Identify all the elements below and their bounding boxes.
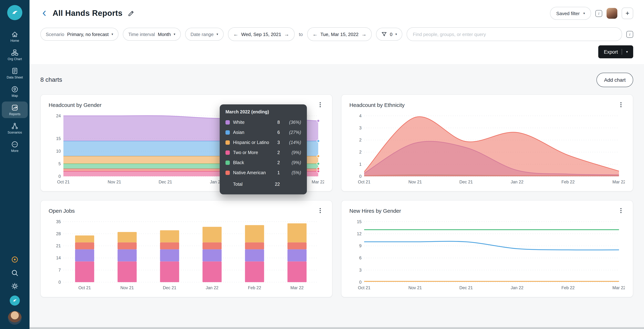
- tooltip-series-value: 2: [273, 150, 280, 155]
- sidebar-item-scenarios[interactable]: Scenarios: [2, 120, 28, 136]
- scenario-dropdown[interactable]: Scenario Primary, no forecast ▾: [40, 28, 118, 41]
- open-jobs-chart[interactable]: 3528211470Oct 21Nov 21Dec 21Jan 22Feb 22…: [48, 218, 324, 292]
- charthop-mini-logo[interactable]: [10, 296, 20, 306]
- people-search-input[interactable]: [407, 27, 622, 41]
- add-chart-button[interactable]: Add chart: [596, 73, 633, 87]
- svg-text:Dec 21: Dec 21: [159, 180, 172, 184]
- charts-grid: Headcount by Gender 24151050Oct 21Nov 21…: [40, 94, 633, 297]
- sidebar-item-map[interactable]: Map: [2, 83, 28, 100]
- svg-text:9: 9: [359, 244, 362, 248]
- svg-text:Feb 22: Feb 22: [561, 180, 574, 184]
- time-interval-dropdown[interactable]: Time interval Month ▾: [123, 28, 181, 41]
- sidebar-item-home[interactable]: Home: [2, 28, 28, 45]
- svg-text:Dec 21: Dec 21: [460, 286, 473, 290]
- chart-menu-button[interactable]: [316, 101, 324, 109]
- chevron-down-icon: ▾: [626, 50, 628, 53]
- chevron-down-icon: ▾: [174, 32, 176, 36]
- svg-text:0: 0: [359, 174, 362, 179]
- user-avatar[interactable]: [8, 311, 22, 325]
- sidebar-item-more[interactable]: More: [2, 138, 28, 155]
- home-icon: [11, 30, 18, 38]
- bird-logo-icon: [12, 297, 18, 304]
- tooltip-row: White8(36%): [226, 117, 301, 127]
- filter-count-dropdown[interactable]: 0 ▾: [376, 28, 402, 41]
- sidebar-item-label: Reports: [9, 113, 20, 116]
- back-button[interactable]: [40, 9, 48, 17]
- edit-title-icon[interactable]: [128, 10, 135, 17]
- tooltip-row: Hispanic or Latino3(14%): [226, 137, 301, 148]
- chart-card-new-hires-by-gender: New Hires by Gender 15129630Oct 21Nov 21…: [341, 200, 633, 297]
- saved-filter-dropdown[interactable]: Saved filter ▾: [550, 7, 591, 20]
- svg-text:Dec 21: Dec 21: [163, 286, 176, 290]
- svg-text:7: 7: [58, 268, 61, 273]
- series-color-swatch: [226, 130, 230, 135]
- new-hires-by-gender-chart[interactable]: 15129630Oct 21Nov 21Dec 21Jan 22Feb 22Ma…: [349, 218, 625, 292]
- horizontal-scrollbar[interactable]: [30, 327, 644, 329]
- reports-content: 8 charts Add chart Headcount by Gender 2…: [30, 64, 644, 329]
- info-icon[interactable]: i: [596, 10, 602, 17]
- export-label: Export: [604, 49, 618, 54]
- chart-title: Headcount by Gender: [48, 102, 102, 108]
- svg-text:15: 15: [56, 136, 61, 141]
- headcount-by-ethnicity-chart[interactable]: 432210Oct 21Nov 21Dec 21Jan 22Feb 22Mar …: [349, 112, 625, 186]
- svg-text:Nov 21: Nov 21: [120, 286, 134, 290]
- to-label: to: [299, 31, 303, 37]
- chevron-down-icon: ▾: [216, 32, 218, 36]
- end-date-picker[interactable]: ← Tue, Mar 15, 2022 →: [307, 27, 372, 41]
- chart-menu-button[interactable]: [617, 101, 625, 109]
- tooltip-series-value: 2: [273, 160, 280, 165]
- chart-tooltip: March 2022 (ending) White8(36%)Asian6(27…: [220, 104, 307, 194]
- next-date-arrow-icon[interactable]: →: [284, 32, 289, 37]
- sidebar-item-reports[interactable]: Reports: [2, 101, 28, 118]
- prev-date-arrow-icon[interactable]: ←: [233, 32, 238, 37]
- sidebar-item-org-chart[interactable]: Org Chart: [2, 46, 28, 63]
- next-date-arrow-icon[interactable]: →: [362, 32, 366, 37]
- svg-text:Nov 21: Nov 21: [408, 180, 422, 184]
- search-icon[interactable]: [11, 269, 19, 277]
- query-info-icon[interactable]: i: [626, 31, 633, 38]
- svg-text:Oct 21: Oct 21: [358, 180, 370, 184]
- header-avatar[interactable]: [606, 8, 617, 19]
- map-icon: [11, 86, 18, 93]
- end-date-value: Tue, Mar 15, 2022: [320, 31, 358, 37]
- tooltip-series-label: Asian: [233, 130, 270, 135]
- filter-row: Scenario Primary, no forecast ▾ Time int…: [30, 27, 644, 41]
- sidebar-nav: HomeOrg ChartData SheetMapReportsScenari…: [2, 28, 28, 155]
- svg-text:2: 2: [359, 150, 362, 154]
- target-icon[interactable]: [11, 256, 19, 264]
- tooltip-series-percent: (27%): [283, 130, 301, 135]
- svg-text:Jan 22: Jan 22: [206, 286, 218, 290]
- tooltip-series-label: Native American: [233, 170, 270, 175]
- chevron-down-icon: ▾: [583, 12, 585, 15]
- date-range-dropdown[interactable]: Date range ▾: [185, 28, 224, 41]
- app-root: HomeOrg ChartData SheetMapReportsScenari…: [0, 0, 644, 329]
- start-date-picker[interactable]: ← Wed, Sep 15, 2021 →: [228, 27, 294, 41]
- svg-text:4: 4: [359, 114, 362, 118]
- chart-card-open-jobs: Open Jobs 3528211470Oct 21Nov 21Dec 21Ja…: [40, 200, 332, 297]
- tooltip-title: March 2022 (ending): [226, 109, 301, 114]
- charts-count: 8 charts: [40, 76, 62, 83]
- svg-text:15: 15: [357, 219, 362, 224]
- sidebar-item-data-sheet[interactable]: Data Sheet: [2, 65, 28, 81]
- tooltip-series-percent: (36%): [283, 120, 301, 125]
- prev-date-arrow-icon[interactable]: ←: [312, 32, 318, 37]
- chart-menu-button[interactable]: [617, 207, 625, 215]
- tooltip-row: Two or More2(9%): [226, 148, 301, 158]
- svg-text:Nov 21: Nov 21: [408, 286, 422, 290]
- svg-text:Mar 22: Mar 22: [290, 286, 304, 290]
- svg-text:Nov 21: Nov 21: [108, 180, 121, 184]
- svg-text:2: 2: [359, 138, 362, 142]
- export-button[interactable]: Export ▾: [598, 45, 633, 58]
- tooltip-series-label: Two or More: [233, 150, 270, 155]
- chart-menu-button[interactable]: [316, 207, 324, 215]
- svg-text:12: 12: [357, 232, 362, 236]
- data-sheet-icon: [11, 67, 18, 74]
- svg-text:0: 0: [359, 280, 362, 285]
- sidebar-item-label: Home: [10, 39, 19, 42]
- add-button[interactable]: +: [622, 7, 633, 19]
- content-header: 8 charts Add chart: [40, 73, 633, 87]
- charthop-logo[interactable]: [7, 5, 22, 20]
- settings-gear-icon[interactable]: [11, 282, 19, 290]
- reports-icon: [11, 104, 18, 111]
- svg-text:Feb 22: Feb 22: [248, 286, 261, 290]
